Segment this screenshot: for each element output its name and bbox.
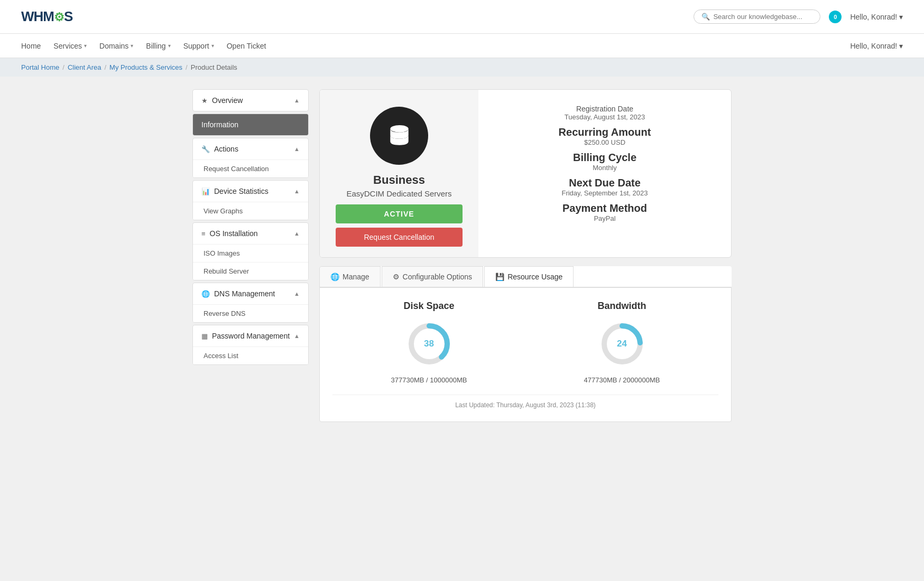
main-content: ★Overview ▲ Information 🔧Actions ▲ Reque…	[171, 77, 753, 435]
breadcrumb: Portal Home / Client Area / My Products …	[0, 58, 924, 77]
search-icon: 🔍	[701, 13, 710, 21]
nav-right: Hello, Konrad! ▾	[850, 42, 903, 50]
payment-method-value: PayPal	[500, 214, 710, 222]
product-card-right: Registration Date Tuesday, August 1st, 2…	[478, 90, 731, 257]
disk-space-title: Disk Space	[403, 301, 454, 312]
recurring-amount-block: Recurring Amount $250.00 USD	[500, 126, 710, 146]
search-input[interactable]	[713, 13, 812, 21]
status-button: ACTIVE	[336, 204, 463, 223]
sidebar-section-information-header[interactable]: Information	[193, 114, 308, 135]
cancel-button[interactable]: Request Cancellation	[336, 228, 463, 247]
registration-date-value: Tuesday, August 1st, 2023	[500, 113, 710, 121]
nav-item-open-ticket[interactable]: Open Ticket	[227, 40, 266, 52]
sidebar-information-label: Information	[201, 120, 238, 129]
product-card-left: Business EasyDCIM Dedicated Servers ACTI…	[320, 90, 478, 257]
actions-chevron-icon: ▲	[294, 146, 300, 152]
payment-method-block: Payment Method PayPal	[500, 202, 710, 222]
database-icon	[385, 121, 414, 151]
configurable-options-tab-icon: ⚙	[393, 273, 400, 281]
nav-item-support[interactable]: Support ▾	[183, 40, 214, 52]
tabs: 🌐 Manage ⚙ Configurable Options 💾 Resour…	[319, 266, 732, 287]
usage-footer: Last Updated: Thursday, August 3rd, 2023…	[332, 395, 718, 409]
bandwidth-percent: 24	[617, 339, 627, 349]
nav-item-home[interactable]: Home	[21, 40, 41, 52]
billing-cycle-label: Billing Cycle	[500, 152, 710, 164]
nav-user-greeting[interactable]: Hello, Konrad! ▾	[850, 42, 903, 50]
billing-cycle-value: Monthly	[500, 164, 710, 172]
resource-usage-tab-label: Resource Usage	[507, 273, 562, 281]
sidebar-item-request-cancellation[interactable]: Request Cancellation	[193, 160, 308, 177]
breadcrumb-product-details: Product Details	[191, 63, 237, 71]
bandwidth-block: Bandwidth 24 477730MB / 2000000MB	[525, 301, 718, 384]
sidebar-dns-management-label: DNS Management	[214, 289, 275, 298]
cart-button[interactable]: 0	[829, 11, 842, 23]
sidebar-item-reverse-dns[interactable]: Reverse DNS	[193, 304, 308, 322]
sidebar-section-overview: ★Overview ▲	[192, 89, 309, 111]
globe-icon: 🌐	[201, 290, 210, 298]
sidebar-actions-label: Actions	[214, 145, 238, 153]
recurring-amount-label: Recurring Amount	[500, 126, 710, 138]
overview-chevron-icon: ▲	[294, 97, 300, 104]
billing-dropdown-arrow: ▾	[168, 43, 171, 49]
disk-space-donut: 38	[405, 320, 453, 368]
sidebar-section-information: Information	[192, 114, 309, 136]
next-due-date-value: Friday, September 1st, 2023	[500, 189, 710, 197]
sidebar-section-os-installation-header[interactable]: ≡OS Installation ▲	[193, 223, 308, 244]
os-installation-chevron-icon: ▲	[294, 230, 300, 237]
sidebar-section-device-statistics-header[interactable]: 📊Device Statistics ▲	[193, 181, 308, 202]
product-name: Business	[373, 173, 425, 187]
user-greeting[interactable]: Hello, Konrad! ▾	[850, 13, 903, 21]
recurring-amount-value: $250.00 USD	[500, 138, 710, 146]
domains-dropdown-arrow: ▾	[131, 43, 133, 49]
sidebar-section-dns-management-header[interactable]: 🌐DNS Management ▲	[193, 283, 308, 304]
manage-tab-icon: 🌐	[330, 273, 339, 281]
logo: WHM⚙S	[21, 8, 72, 25]
sidebar-section-device-statistics: 📊Device Statistics ▲ View Graphs	[192, 180, 309, 220]
bandwidth-title: Bandwidth	[598, 301, 646, 312]
sidebar-os-installation-label: OS Installation	[210, 229, 258, 238]
bandwidth-donut: 24	[598, 320, 646, 368]
tab-resource-usage[interactable]: 💾 Resource Usage	[484, 266, 574, 287]
sidebar-item-iso-images[interactable]: ISO Images	[193, 244, 308, 262]
sidebar-section-os-installation: ≡OS Installation ▲ ISO Images Rebuild Se…	[192, 222, 309, 280]
nav-item-billing[interactable]: Billing ▾	[146, 40, 170, 52]
password-management-chevron-icon: ▲	[294, 333, 300, 339]
header: WHM⚙S 🔍 0 Hello, Konrad! ▾	[0, 0, 924, 34]
disk-space-detail: 377730MB / 1000000MB	[391, 376, 467, 384]
tab-configurable-options[interactable]: ⚙ Configurable Options	[382, 266, 484, 287]
wrench-icon: 🔧	[201, 145, 210, 153]
nav-item-services[interactable]: Services ▾	[53, 40, 87, 52]
sidebar-section-actions: 🔧Actions ▲ Request Cancellation	[192, 138, 309, 178]
manage-tab-label: Manage	[343, 273, 369, 281]
next-due-date-block: Next Due Date Friday, September 1st, 202…	[500, 177, 710, 197]
product-area: Business EasyDCIM Dedicated Servers ACTI…	[319, 89, 732, 422]
dns-management-chevron-icon: ▲	[294, 290, 300, 297]
sidebar-section-overview-header[interactable]: ★Overview ▲	[193, 90, 308, 111]
sidebar-password-management-label: Password Management	[212, 332, 290, 340]
services-dropdown-arrow: ▾	[84, 43, 87, 49]
sidebar-section-password-management-header[interactable]: ▦Password Management ▲	[193, 325, 308, 346]
sidebar-section-dns-management: 🌐DNS Management ▲ Reverse DNS	[192, 283, 309, 323]
sidebar-item-access-list[interactable]: Access List	[193, 346, 308, 364]
breadcrumb-portal-home[interactable]: Portal Home	[21, 63, 59, 71]
sidebar-overview-label: Overview	[212, 96, 243, 105]
disk-space-block: Disk Space 38 377730MB / 1000000MB	[332, 301, 525, 384]
tab-manage[interactable]: 🌐 Manage	[319, 266, 381, 287]
grid-icon: ▦	[201, 332, 208, 340]
search-box[interactable]: 🔍	[694, 10, 820, 24]
sidebar-item-view-graphs[interactable]: View Graphs	[193, 202, 308, 220]
breadcrumb-my-products[interactable]: My Products & Services	[109, 63, 182, 71]
nav-item-domains[interactable]: Domains ▾	[99, 40, 133, 52]
bar-chart-icon: 📊	[201, 188, 210, 195]
registration-date-label: Registration Date	[576, 105, 633, 113]
resource-usage-tab-icon: 💾	[495, 273, 504, 281]
header-right: 🔍 0 Hello, Konrad! ▾	[694, 10, 903, 24]
sidebar: ★Overview ▲ Information 🔧Actions ▲ Reque…	[192, 89, 309, 422]
payment-method-label: Payment Method	[500, 202, 710, 214]
sidebar-item-rebuild-server[interactable]: Rebuild Server	[193, 262, 308, 280]
billing-cycle-block: Billing Cycle Monthly	[500, 152, 710, 172]
sidebar-device-statistics-label: Device Statistics	[214, 187, 269, 195]
nav: Home Services ▾ Domains ▾ Billing ▾ Supp…	[0, 34, 924, 58]
breadcrumb-client-area[interactable]: Client Area	[68, 63, 101, 71]
sidebar-section-actions-header[interactable]: 🔧Actions ▲	[193, 138, 308, 160]
